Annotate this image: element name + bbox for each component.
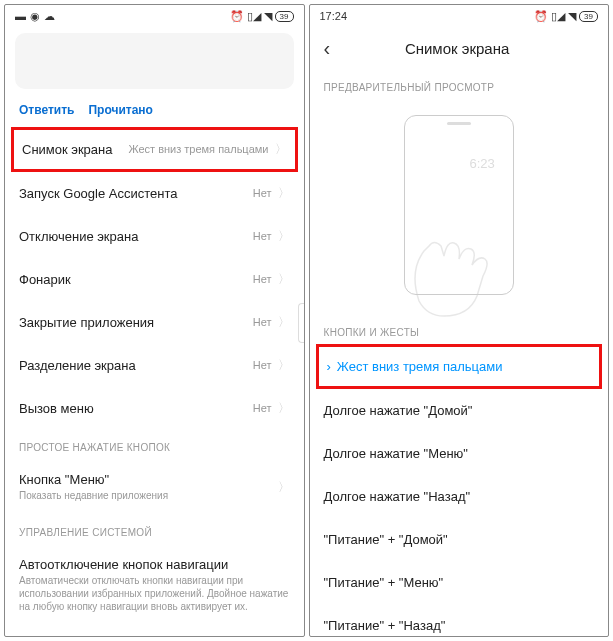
setting-label: Автоотключение кнопок навигации xyxy=(19,557,290,572)
setting-sublabel: Автоматически отключать кнопки навигации… xyxy=(19,574,290,613)
gesture-long-home[interactable]: Долгое нажатие "Домой" xyxy=(310,389,609,432)
chevron-right-icon: 〉 xyxy=(278,315,290,329)
chevron-right-icon: 〉 xyxy=(278,229,290,243)
reply-action[interactable]: Ответить xyxy=(19,103,74,117)
wifi-icon: ◥ xyxy=(264,10,272,23)
preview-section-header: ПРЕДВАРИТЕЛЬНЫЙ ПРОСМОТР xyxy=(310,70,609,99)
chevron-right-icon: 〉 xyxy=(278,272,290,286)
setting-value: Нет xyxy=(253,187,272,199)
chevron-right-icon: 〉 xyxy=(278,479,290,496)
checkmark-icon: › xyxy=(327,359,331,374)
setting-value: Нет xyxy=(253,402,272,414)
gesture-label: "Питание" + "Домой" xyxy=(324,532,448,547)
setting-value: Нет xyxy=(253,230,272,242)
gesture-label: Долгое нажатие "Домой" xyxy=(324,403,473,418)
gesture-label: "Питание" + "Меню" xyxy=(324,575,444,590)
status-bar: ▬ ◉ ☁ ⏰ ▯◢ ◥ 39 xyxy=(5,5,304,27)
signal-icon: ▯◢ xyxy=(247,10,261,23)
page-header: ‹ Снимок экрана xyxy=(310,27,609,70)
setting-label: Вызов меню xyxy=(19,401,94,416)
gesture-power-back[interactable]: "Питание" + "Назад" xyxy=(310,604,609,636)
phone-right: 17:24 ⏰ ▯◢ ◥ 39 ‹ Снимок экрана ПРЕДВАРИ… xyxy=(309,4,610,637)
setting-close-app[interactable]: Закрытие приложения Нет〉 xyxy=(5,301,304,344)
gesture-label: Долгое нажатие "Назад" xyxy=(324,489,471,504)
notification-card[interactable] xyxy=(15,33,294,89)
setting-label: Запуск Google Ассистента xyxy=(19,186,178,201)
gesture-power-home[interactable]: "Питание" + "Домой" xyxy=(310,518,609,561)
setting-menu-call[interactable]: Вызов меню Нет〉 xyxy=(5,387,304,430)
gesture-swipe-down[interactable]: ›Жест вниз тремя пальцами xyxy=(316,344,603,389)
setting-split-screen[interactable]: Разделение экрана Нет〉 xyxy=(5,344,304,387)
clock-time: 17:24 xyxy=(320,10,348,22)
read-action[interactable]: Прочитано xyxy=(88,103,152,117)
setting-value: Нет xyxy=(253,273,272,285)
hand-icon xyxy=(389,201,529,321)
cloud-icon: ☁ xyxy=(44,10,55,23)
back-icon[interactable]: ‹ xyxy=(324,37,331,60)
setting-value: Нет xyxy=(253,316,272,328)
setting-screen-off[interactable]: Отключение экрана Нет〉 xyxy=(5,215,304,258)
alarm-icon: ⏰ xyxy=(230,10,244,23)
section-header-system: УПРАВЛЕНИЕ СИСТЕМОЙ xyxy=(5,515,304,544)
page-title: Снимок экрана xyxy=(344,40,570,57)
side-handle-icon xyxy=(298,303,304,343)
wifi-icon: ◥ xyxy=(568,10,576,23)
chevron-right-icon: 〉 xyxy=(278,401,290,415)
battery-level: 39 xyxy=(579,11,598,22)
eye-icon: ◉ xyxy=(30,10,40,23)
setting-sublabel: Показать недавние приложения xyxy=(19,489,168,502)
preview-time: 6:23 xyxy=(469,156,494,171)
setting-label: Закрытие приложения xyxy=(19,315,154,330)
setting-label: Кнопка "Меню" xyxy=(19,472,168,487)
chevron-right-icon: 〉 xyxy=(275,142,287,156)
setting-screenshot[interactable]: Снимок экрана Жест вниз тремя пальцами〉 xyxy=(11,127,298,172)
gesture-label: Жест вниз тремя пальцами xyxy=(337,359,503,374)
phone-left: ▬ ◉ ☁ ⏰ ▯◢ ◥ 39 Ответить Прочитано Снимо… xyxy=(4,4,305,637)
chat-icon: ▬ xyxy=(15,10,26,22)
gesture-long-menu[interactable]: Долгое нажатие "Меню" xyxy=(310,432,609,475)
setting-value: Нет xyxy=(253,359,272,371)
setting-label: Отключение экрана xyxy=(19,229,138,244)
status-bar: 17:24 ⏰ ▯◢ ◥ 39 xyxy=(310,5,609,27)
setting-label: Фонарик xyxy=(19,272,71,287)
setting-menu-button[interactable]: Кнопка "Меню" Показать недавние приложен… xyxy=(5,459,304,515)
alarm-icon: ⏰ xyxy=(534,10,548,23)
gesture-label: Долгое нажатие "Меню" xyxy=(324,446,468,461)
gesture-power-menu[interactable]: "Питание" + "Меню" xyxy=(310,561,609,604)
preview-illustration: 6:23 xyxy=(324,105,595,305)
setting-assistant[interactable]: Запуск Google Ассистента Нет〉 xyxy=(5,172,304,215)
battery-level: 39 xyxy=(275,11,294,22)
setting-label: Снимок экрана xyxy=(22,142,113,157)
signal-icon: ▯◢ xyxy=(551,10,565,23)
section-header-buttons: ПРОСТОЕ НАЖАТИЕ КНОПОК xyxy=(5,430,304,459)
setting-label: Разделение экрана xyxy=(19,358,136,373)
gesture-long-back[interactable]: Долгое нажатие "Назад" xyxy=(310,475,609,518)
setting-flashlight[interactable]: Фонарик Нет〉 xyxy=(5,258,304,301)
setting-value: Жест вниз тремя пальцами xyxy=(128,143,268,155)
chevron-right-icon: 〉 xyxy=(278,186,290,200)
chevron-right-icon: 〉 xyxy=(278,358,290,372)
notification-actions: Ответить Прочитано xyxy=(5,99,304,127)
gesture-label: "Питание" + "Назад" xyxy=(324,618,446,633)
setting-auto-off-nav[interactable]: Автоотключение кнопок навигации Автомати… xyxy=(5,544,304,626)
